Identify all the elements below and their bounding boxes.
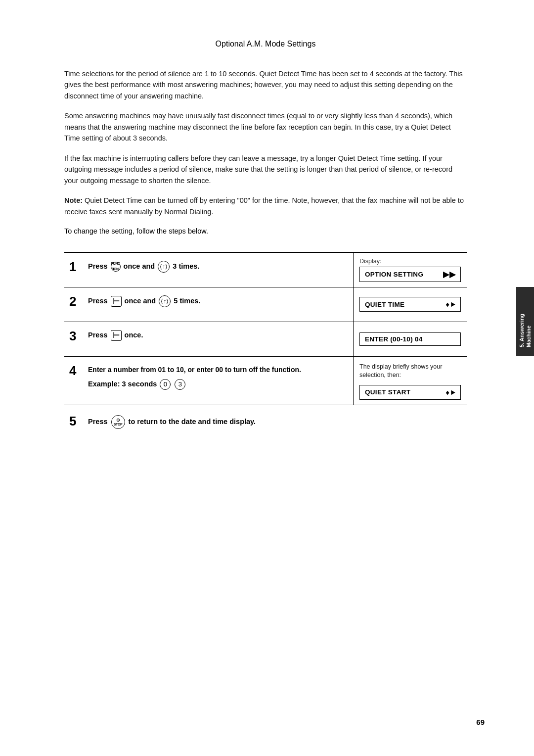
step-4-display-box: QUIET START ⬧▶	[359, 385, 461, 400]
side-tab: 5. Answering Machine	[516, 287, 534, 356]
nav-icon-2: ⟨↑⟩	[159, 295, 171, 307]
side-tab-text: 5. Answering Machine	[518, 296, 533, 347]
step-2-once-and: once and	[125, 297, 158, 305]
step-1-row: 1 Press FUNCTION once and ⟨↑⟩ 3 times. D…	[64, 253, 467, 287]
step-1-right: Display: OPTION SETTING ▶▶	[353, 253, 467, 287]
step-4-left: 4 Enter a number from 01 to 10, or enter…	[64, 357, 353, 405]
paragraph-3: If the fax machine is interrupting calle…	[64, 153, 467, 186]
to-change-text: To change the setting, follow the steps …	[64, 226, 467, 237]
step-3-row: 3 Press ⊢ once. ENTER (00-10) 04	[64, 322, 467, 357]
step-4-number: 4	[69, 364, 83, 378]
step-4-display-text: QUIET START	[365, 388, 410, 396]
page-container: 5. Answering Machine Optional A.M. Mode …	[0, 0, 534, 756]
note-paragraph: Note: Quiet Detect Time can be turned of…	[64, 195, 467, 217]
step-4-right: The display briefly shows your selection…	[353, 357, 467, 405]
function-icon: FUNCTION	[111, 262, 121, 272]
step-2-right: QUIET TIME ⬧▶	[353, 287, 467, 322]
page-number: 69	[476, 718, 485, 726]
step-4-right-text: The display briefly shows your selection…	[359, 363, 461, 380]
main-content: Optional A.M. Mode Settings Time selecti…	[0, 0, 516, 476]
step-1-number: 1	[69, 260, 83, 274]
step-2-left: 2 Press ⊢ once and ⟨↑⟩ 5 times.	[64, 287, 353, 322]
step-3-right: ENTER (00-10) 04	[353, 322, 467, 356]
step-3-left: 3 Press ⊢ once.	[64, 322, 353, 356]
nav-icon-1: ⟨↑⟩	[158, 261, 170, 273]
step-5-press: Press	[88, 418, 110, 425]
step-4-example: Example: 3 seconds 0 3	[88, 379, 346, 390]
steps-section: 1 Press FUNCTION once and ⟨↑⟩ 3 times. D…	[64, 252, 467, 437]
step-2-row: 2 Press ⊢ once and ⟨↑⟩ 5 times. QUIET TI…	[64, 287, 467, 322]
step-2-display-box: QUIET TIME ⬧▶	[359, 297, 461, 312]
step-3-once: once.	[125, 331, 143, 339]
key-0: 0	[160, 379, 171, 390]
step-4-row: 4 Enter a number from 01 to 10, or enter…	[64, 357, 467, 405]
step-5-row: 5 Press ⊙ STOP to return to the date and…	[64, 405, 467, 437]
stop-icon: ⊙ STOP	[111, 415, 125, 429]
step-5-number: 5	[69, 414, 83, 428]
step-3-content: Press ⊢ once.	[88, 328, 346, 341]
paragraph-2: Some answering machines may have unusual…	[64, 110, 467, 143]
step-4-content: Enter a number from 01 to 10, or enter 0…	[88, 363, 346, 390]
note-label: Note:	[64, 196, 83, 204]
step-1-once-and: once and	[124, 262, 157, 270]
step-1-display-text: OPTION SETTING	[365, 271, 423, 278]
step-2-content: Press ⊢ once and ⟨↑⟩ 5 times.	[88, 293, 346, 307]
step-2-press: Press	[88, 297, 110, 305]
step-3-display-box: ENTER (00-10) 04	[359, 332, 461, 346]
step-2-display-arrow: ⬧▶	[445, 300, 455, 309]
step-4-display-arrow: ⬧▶	[445, 388, 455, 397]
step-1-content: Press FUNCTION once and ⟨↑⟩ 3 times.	[88, 259, 346, 273]
step-3-number: 3	[69, 329, 83, 343]
step-1-display-box: OPTION SETTING ▶▶	[359, 267, 461, 282]
step-5-end: to return to the date and time display.	[129, 418, 256, 425]
step-1-times: 3 times.	[173, 262, 199, 270]
paragraph-1: Time selections for the period of silenc…	[64, 68, 467, 101]
set-icon-2: ⊢	[111, 296, 122, 307]
step-5-content: Press ⊙ STOP to return to the date and t…	[88, 413, 462, 429]
step-4-main-text: Enter a number from 01 to 10, or enter 0…	[88, 366, 301, 374]
step-1-display-arrow: ▶▶	[443, 270, 455, 279]
set-icon-3: ⊢	[111, 330, 122, 341]
step-2-times: 5 times.	[174, 297, 200, 305]
step-3-display-text: ENTER (00-10) 04	[365, 335, 423, 343]
step-1-press: Press	[88, 262, 110, 270]
step-2-number: 2	[69, 294, 83, 309]
page-title: Optional A.M. Mode Settings	[64, 40, 467, 48]
example-label: Example: 3 seconds	[88, 380, 159, 388]
step-1-display-label: Display:	[359, 258, 461, 265]
step-3-press: Press	[88, 331, 110, 339]
key-3: 3	[175, 379, 185, 390]
note-text: Quiet Detect Time can be turned off by e…	[64, 196, 464, 215]
step-2-display-text: QUIET TIME	[365, 301, 404, 308]
step-1-left: 1 Press FUNCTION once and ⟨↑⟩ 3 times.	[64, 253, 353, 287]
